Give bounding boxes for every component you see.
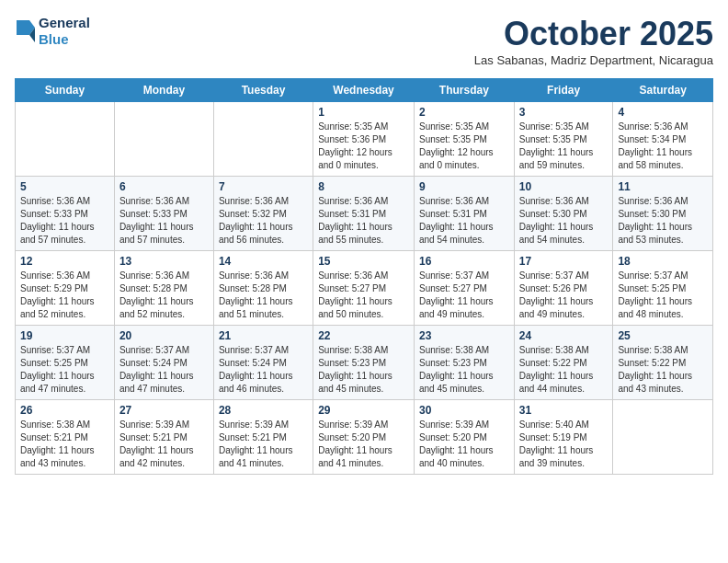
calendar-cell: 2Sunrise: 5:35 AMSunset: 5:35 PMDaylight…: [414, 102, 514, 177]
calendar-cell: 19Sunrise: 5:37 AMSunset: 5:25 PMDayligh…: [16, 326, 115, 400]
calendar-cell: 27Sunrise: 5:39 AMSunset: 5:21 PMDayligh…: [114, 400, 213, 475]
calendar-cell: 13Sunrise: 5:36 AMSunset: 5:28 PMDayligh…: [114, 251, 213, 326]
calendar-cell: 6Sunrise: 5:36 AMSunset: 5:33 PMDaylight…: [114, 177, 213, 251]
calendar-cell: 24Sunrise: 5:38 AMSunset: 5:22 PMDayligh…: [514, 326, 613, 400]
day-number: 5: [20, 180, 109, 193]
day-number: 10: [519, 180, 609, 193]
weekday-header: Monday: [114, 79, 213, 102]
day-number: 12: [20, 255, 109, 268]
weekday-header: Saturday: [613, 79, 713, 102]
day-number: 4: [618, 106, 708, 119]
calendar-week-row: 1Sunrise: 5:35 AMSunset: 5:36 PMDaylight…: [16, 102, 713, 177]
day-info: Sunrise: 5:37 AMSunset: 5:27 PMDaylight:…: [419, 270, 509, 321]
calendar-week-row: 5Sunrise: 5:36 AMSunset: 5:33 PMDaylight…: [16, 177, 713, 251]
calendar-cell: [613, 400, 713, 475]
header: General Blue October 2025 Las Sabanas, M…: [15, 15, 713, 75]
day-number: 3: [519, 106, 609, 119]
calendar-cell: 1Sunrise: 5:35 AMSunset: 5:36 PMDaylight…: [313, 102, 415, 177]
calendar-cell: 8Sunrise: 5:36 AMSunset: 5:31 PMDaylight…: [313, 177, 415, 251]
calendar-cell: 10Sunrise: 5:36 AMSunset: 5:30 PMDayligh…: [514, 177, 613, 251]
calendar-cell: 16Sunrise: 5:37 AMSunset: 5:27 PMDayligh…: [414, 251, 514, 326]
calendar-cell: 21Sunrise: 5:37 AMSunset: 5:24 PMDayligh…: [213, 326, 313, 400]
calendar-cell: [213, 102, 313, 177]
calendar-cell: 23Sunrise: 5:38 AMSunset: 5:23 PMDayligh…: [414, 326, 514, 400]
weekday-header-row: SundayMondayTuesdayWednesdayThursdayFrid…: [16, 79, 713, 102]
day-info: Sunrise: 5:36 AMSunset: 5:34 PMDaylight:…: [618, 121, 708, 172]
day-number: 30: [419, 404, 509, 417]
day-info: Sunrise: 5:36 AMSunset: 5:31 PMDaylight:…: [318, 195, 409, 247]
day-number: 18: [618, 255, 708, 268]
calendar-cell: [16, 102, 115, 177]
day-number: 29: [318, 404, 409, 417]
calendar-cell: 25Sunrise: 5:38 AMSunset: 5:22 PMDayligh…: [613, 326, 713, 400]
calendar-cell: 15Sunrise: 5:36 AMSunset: 5:27 PMDayligh…: [313, 251, 415, 326]
day-info: Sunrise: 5:37 AMSunset: 5:24 PMDaylight:…: [119, 344, 209, 396]
calendar-cell: 17Sunrise: 5:37 AMSunset: 5:26 PMDayligh…: [514, 251, 613, 326]
day-number: 23: [419, 329, 509, 342]
day-number: 15: [318, 255, 409, 268]
day-number: 8: [318, 180, 409, 193]
day-info: Sunrise: 5:36 AMSunset: 5:28 PMDaylight:…: [119, 270, 209, 321]
calendar-cell: 20Sunrise: 5:37 AMSunset: 5:24 PMDayligh…: [114, 326, 213, 400]
logo-icon: [17, 20, 35, 42]
calendar-cell: 5Sunrise: 5:36 AMSunset: 5:33 PMDaylight…: [16, 177, 115, 251]
calendar-cell: 4Sunrise: 5:36 AMSunset: 5:34 PMDaylight…: [613, 102, 713, 177]
day-info: Sunrise: 5:36 AMSunset: 5:29 PMDaylight:…: [20, 270, 109, 321]
calendar-cell: 7Sunrise: 5:36 AMSunset: 5:32 PMDaylight…: [213, 177, 313, 251]
day-number: 14: [219, 255, 308, 268]
day-number: 22: [318, 329, 409, 342]
day-number: 17: [519, 255, 609, 268]
weekday-header: Tuesday: [213, 79, 313, 102]
day-number: 27: [119, 404, 209, 417]
day-info: Sunrise: 5:36 AMSunset: 5:27 PMDaylight:…: [318, 270, 409, 321]
calendar-cell: 31Sunrise: 5:40 AMSunset: 5:19 PMDayligh…: [514, 400, 613, 475]
title-area: October 2025 Las Sabanas, Madriz Departm…: [474, 15, 713, 75]
day-info: Sunrise: 5:39 AMSunset: 5:21 PMDaylight:…: [119, 419, 209, 470]
day-number: 28: [219, 404, 308, 417]
day-info: Sunrise: 5:38 AMSunset: 5:21 PMDaylight:…: [20, 419, 109, 470]
day-number: 6: [119, 180, 209, 193]
calendar-cell: 22Sunrise: 5:38 AMSunset: 5:23 PMDayligh…: [313, 326, 415, 400]
day-number: 31: [519, 404, 609, 417]
day-info: Sunrise: 5:37 AMSunset: 5:26 PMDaylight:…: [519, 270, 609, 321]
day-info: Sunrise: 5:36 AMSunset: 5:33 PMDaylight:…: [119, 195, 209, 247]
calendar-cell: 14Sunrise: 5:36 AMSunset: 5:28 PMDayligh…: [213, 251, 313, 326]
day-number: 9: [419, 180, 509, 193]
day-info: Sunrise: 5:37 AMSunset: 5:25 PMDaylight:…: [20, 344, 109, 396]
day-number: 25: [618, 329, 708, 342]
day-info: Sunrise: 5:36 AMSunset: 5:28 PMDaylight:…: [219, 270, 308, 321]
day-number: 11: [618, 180, 708, 193]
day-info: Sunrise: 5:35 AMSunset: 5:35 PMDaylight:…: [519, 121, 609, 172]
calendar-week-row: 12Sunrise: 5:36 AMSunset: 5:29 PMDayligh…: [16, 251, 713, 326]
month-title: October 2025: [474, 15, 713, 53]
day-number: 21: [219, 329, 308, 342]
day-info: Sunrise: 5:35 AMSunset: 5:35 PMDaylight:…: [419, 121, 509, 172]
calendar-cell: 30Sunrise: 5:39 AMSunset: 5:20 PMDayligh…: [414, 400, 514, 475]
calendar-cell: 11Sunrise: 5:36 AMSunset: 5:30 PMDayligh…: [613, 177, 713, 251]
day-info: Sunrise: 5:38 AMSunset: 5:23 PMDaylight:…: [318, 344, 409, 396]
calendar-cell: 26Sunrise: 5:38 AMSunset: 5:21 PMDayligh…: [16, 400, 115, 475]
calendar-cell: 12Sunrise: 5:36 AMSunset: 5:29 PMDayligh…: [16, 251, 115, 326]
day-info: Sunrise: 5:38 AMSunset: 5:22 PMDaylight:…: [618, 344, 708, 396]
day-info: Sunrise: 5:36 AMSunset: 5:33 PMDaylight:…: [20, 195, 109, 247]
day-info: Sunrise: 5:36 AMSunset: 5:31 PMDaylight:…: [419, 195, 509, 247]
day-number: 2: [419, 106, 509, 119]
calendar-cell: [114, 102, 213, 177]
day-info: Sunrise: 5:38 AMSunset: 5:23 PMDaylight:…: [419, 344, 509, 396]
page-container: General Blue October 2025 Las Sabanas, M…: [15, 15, 713, 475]
day-info: Sunrise: 5:39 AMSunset: 5:20 PMDaylight:…: [318, 419, 409, 470]
day-info: Sunrise: 5:35 AMSunset: 5:36 PMDaylight:…: [318, 121, 409, 172]
logo: General Blue: [15, 15, 90, 48]
day-number: 13: [119, 255, 209, 268]
calendar-week-row: 19Sunrise: 5:37 AMSunset: 5:25 PMDayligh…: [16, 326, 713, 400]
calendar-cell: 29Sunrise: 5:39 AMSunset: 5:20 PMDayligh…: [313, 400, 415, 475]
calendar-table: SundayMondayTuesdayWednesdayThursdayFrid…: [15, 78, 713, 475]
day-info: Sunrise: 5:36 AMSunset: 5:32 PMDaylight:…: [219, 195, 308, 247]
day-number: 19: [20, 329, 109, 342]
weekday-header: Friday: [514, 79, 613, 102]
day-info: Sunrise: 5:36 AMSunset: 5:30 PMDaylight:…: [618, 195, 708, 247]
subtitle: Las Sabanas, Madriz Department, Nicaragu…: [474, 53, 713, 67]
day-info: Sunrise: 5:37 AMSunset: 5:25 PMDaylight:…: [618, 270, 708, 321]
weekday-header: Sunday: [16, 79, 115, 102]
day-number: 26: [20, 404, 109, 417]
